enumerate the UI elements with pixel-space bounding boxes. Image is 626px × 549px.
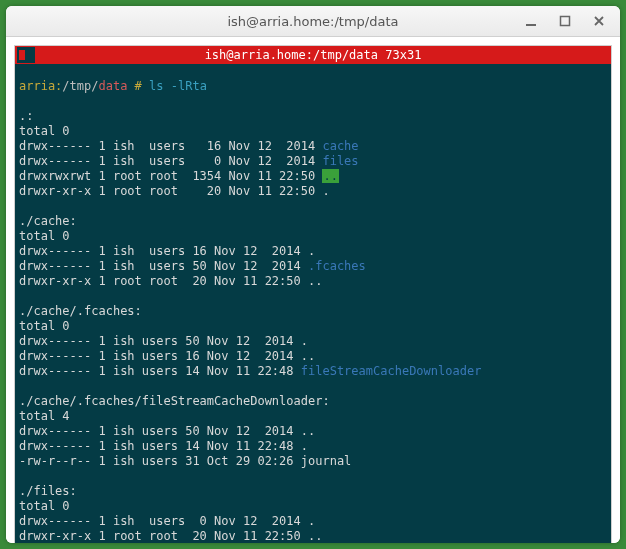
tab-title: ish@arria.home:/tmp/data 73x31 xyxy=(15,48,611,63)
dir-header: .: xyxy=(19,109,607,124)
tab-bar: ish@arria.home:/tmp/data 73x31 xyxy=(15,46,611,64)
ls-row: drwx------ 1 ish users 0 Nov 12 2014 . xyxy=(19,514,607,529)
prompt-line: arria:/tmp/data # ls -lRta xyxy=(19,79,607,94)
dir-header: ./cache/.fcaches/fileStreamCacheDownload… xyxy=(19,394,607,409)
dir-header: ./files: xyxy=(19,484,607,499)
ls-row: drwx------ 1 ish users 0 Nov 12 2014 fil… xyxy=(19,154,607,169)
minimize-icon xyxy=(525,15,537,27)
ls-row: drwxr-xr-x 1 root root 20 Nov 11 22:50 .… xyxy=(19,529,607,543)
ls-row: drwx------ 1 ish users 16 Nov 12 2014 . xyxy=(19,244,607,259)
svg-rect-1 xyxy=(561,17,570,26)
total-line: total 0 xyxy=(19,319,607,334)
ls-row: drwxr-xr-x 1 root root 20 Nov 11 22:50 . xyxy=(19,184,607,199)
dir-header: ./cache/.fcaches: xyxy=(19,304,607,319)
total-line: total 0 xyxy=(19,124,607,139)
terminal-window: ish@arria.home:/tmp/data ish@arria.home:… xyxy=(6,6,620,543)
total-line: total 0 xyxy=(19,499,607,514)
terminal-frame: ish@arria.home:/tmp/data 73x31 arria:/tm… xyxy=(6,37,620,543)
close-button[interactable] xyxy=(582,9,616,33)
window-controls xyxy=(514,6,616,36)
minimize-button[interactable] xyxy=(514,9,548,33)
maximize-icon xyxy=(559,15,571,27)
prompt-path-leaf: data xyxy=(98,79,127,93)
ls-row: drwx------ 1 ish users 50 Nov 12 2014 .. xyxy=(19,424,607,439)
ls-row: drwxrwxrwt 1 root root 1354 Nov 11 22:50… xyxy=(19,169,607,184)
prompt-path: /tmp/ xyxy=(62,79,98,93)
total-line: total 0 xyxy=(19,229,607,244)
maximize-button[interactable] xyxy=(548,9,582,33)
dir-header: ./cache: xyxy=(19,214,607,229)
svg-rect-0 xyxy=(526,24,536,26)
ls-row: drwx------ 1 ish users 16 Nov 12 2014 ca… xyxy=(19,139,607,154)
blank-line xyxy=(19,469,607,484)
prompt-sep: # xyxy=(127,79,149,93)
blank-line xyxy=(19,199,607,214)
total-line: total 4 xyxy=(19,409,607,424)
ls-row: -rw-r--r-- 1 ish users 31 Oct 29 02:26 j… xyxy=(19,454,607,469)
blank-line xyxy=(19,379,607,394)
prompt-userhost: arria: xyxy=(19,79,62,93)
ls-output: .:total 0drwx------ 1 ish users 16 Nov 1… xyxy=(19,109,607,543)
ls-row: drwx------ 1 ish users 50 Nov 12 2014 . xyxy=(19,334,607,349)
command-text: ls -lRta xyxy=(149,79,207,93)
terminal[interactable]: ish@arria.home:/tmp/data 73x31 arria:/tm… xyxy=(14,45,612,543)
ls-row: drwx------ 1 ish users 50 Nov 12 2014 .f… xyxy=(19,259,607,274)
ls-row: drwx------ 1 ish users 16 Nov 12 2014 .. xyxy=(19,349,607,364)
close-icon xyxy=(593,15,605,27)
ls-row: drwx------ 1 ish users 14 Nov 11 22:48 f… xyxy=(19,364,607,379)
ls-row: drwxr-xr-x 1 root root 20 Nov 11 22:50 .… xyxy=(19,274,607,289)
blank-line xyxy=(19,289,607,304)
ls-row: drwx------ 1 ish users 14 Nov 11 22:48 . xyxy=(19,439,607,454)
terminal-body[interactable]: arria:/tmp/data # ls -lRta .:total 0drwx… xyxy=(15,64,611,543)
titlebar: ish@arria.home:/tmp/data xyxy=(6,6,620,37)
